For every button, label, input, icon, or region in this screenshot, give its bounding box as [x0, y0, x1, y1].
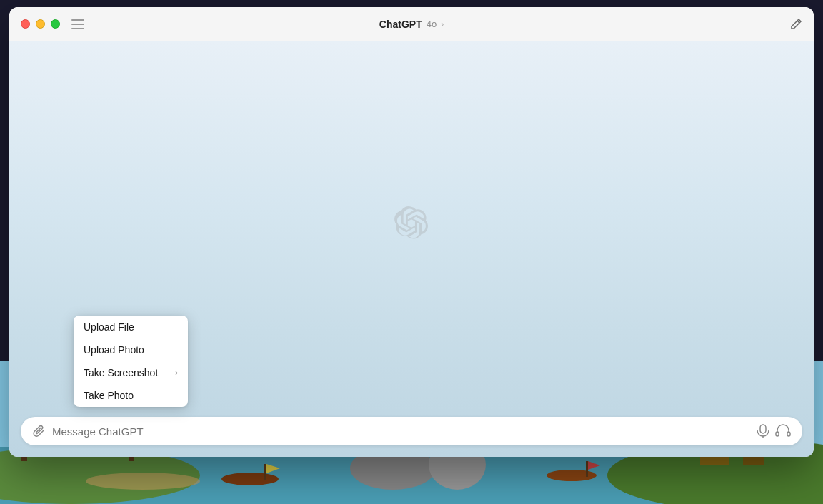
take-photo-label: Take Photo [84, 390, 134, 401]
headphones-button[interactable] [775, 424, 791, 438]
version-chevron-icon: › [441, 19, 444, 29]
mic-button[interactable] [757, 424, 769, 438]
message-input[interactable] [52, 425, 751, 438]
bottom-bar: Upload File Upload Photo Take Screenshot… [9, 408, 814, 457]
svg-rect-22 [71, 24, 84, 25]
input-row [21, 417, 802, 445]
upload-photo-label: Upload Photo [84, 344, 144, 356]
svg-rect-18 [264, 464, 266, 480]
svg-point-20 [86, 473, 200, 490]
svg-point-14 [547, 470, 597, 481]
title-bar: ChatGPT 4o › [9, 7, 814, 41]
app-title: ChatGPT [379, 19, 422, 30]
svg-rect-21 [71, 19, 84, 21]
svg-rect-25 [760, 425, 766, 433]
context-menu-take-screenshot[interactable]: Take Screenshot › [74, 361, 188, 384]
take-screenshot-chevron-icon: › [175, 368, 178, 378]
openai-logo [394, 206, 429, 243]
minimize-button[interactable] [36, 19, 45, 29]
svg-rect-24 [76, 19, 76, 29]
compose-button[interactable] [789, 18, 802, 31]
svg-rect-28 [787, 432, 790, 436]
context-menu-upload-file[interactable]: Upload File [74, 316, 188, 338]
app-version: 4o [427, 19, 437, 29]
maximize-button[interactable] [51, 19, 60, 29]
take-screenshot-label: Take Screenshot [84, 367, 158, 378]
sidebar-toggle-button[interactable] [71, 19, 84, 29]
app-window: ChatGPT 4o › [9, 7, 814, 457]
title-bar-center: ChatGPT 4o › [379, 19, 444, 30]
main-content: Upload File Upload Photo Take Screenshot… [9, 41, 814, 457]
svg-rect-15 [586, 461, 588, 477]
svg-rect-27 [776, 432, 779, 436]
upload-file-label: Upload File [84, 321, 134, 333]
context-menu-take-photo[interactable]: Take Photo [74, 384, 188, 407]
context-menu-upload-photo[interactable]: Upload Photo [74, 338, 188, 361]
traffic-lights [21, 19, 60, 29]
close-button[interactable] [21, 19, 30, 29]
context-menu: Upload File Upload Photo Take Screenshot… [74, 316, 188, 407]
svg-rect-23 [71, 28, 84, 29]
attach-button[interactable] [32, 424, 46, 438]
svg-point-17 [221, 473, 279, 485]
